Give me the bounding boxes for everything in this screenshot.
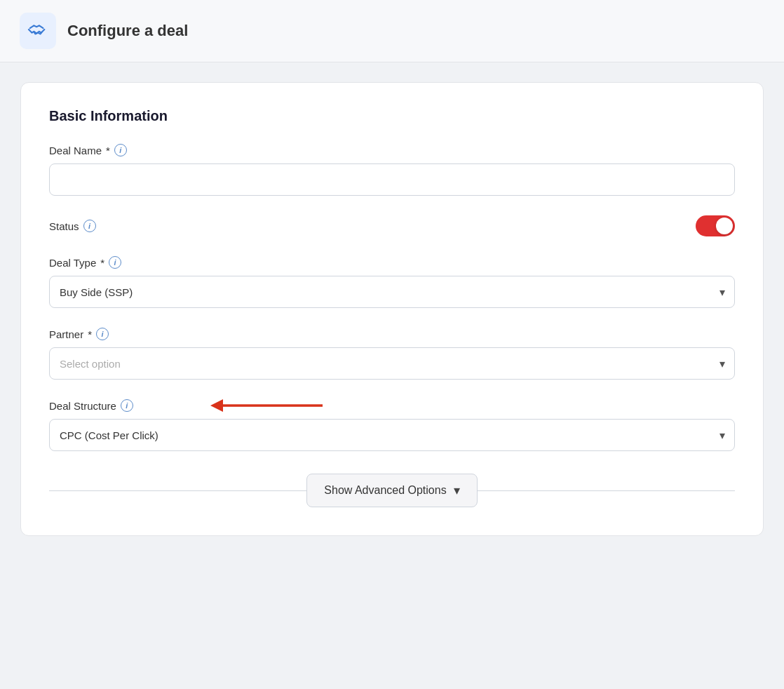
- partner-required: *: [88, 328, 92, 340]
- page-header: Configure a deal: [0, 0, 784, 62]
- deal-structure-label: Deal Structure i: [49, 399, 133, 412]
- advanced-options-chevron-icon: ▾: [454, 483, 460, 498]
- partner-select[interactable]: Select option: [49, 347, 735, 380]
- partner-group: Partner * i Select option ▾: [49, 328, 735, 380]
- deal-name-info-icon[interactable]: i: [114, 144, 127, 156]
- deal-type-required: *: [100, 257, 104, 269]
- partner-select-wrap: Select option ▾: [49, 347, 735, 380]
- deal-type-select-wrap: Buy Side (SSP) Sell Side (DSP) Direct ▾: [49, 276, 735, 308]
- status-row: Status i: [49, 215, 735, 236]
- deal-structure-select-wrap: CPC (Cost Per Click) CPM (Cost Per Mille…: [49, 419, 735, 451]
- svg-marker-1: [210, 399, 223, 412]
- status-info-icon[interactable]: i: [83, 220, 96, 232]
- page-title: Configure a deal: [67, 22, 188, 40]
- deal-name-group: Deal Name * i: [49, 144, 735, 196]
- advanced-options-label: Show Advanced Options: [324, 484, 446, 497]
- deal-name-input[interactable]: [49, 163, 735, 196]
- card: Basic Information Deal Name * i Status i: [20, 82, 764, 536]
- partner-label-text: Partner: [49, 328, 83, 340]
- partner-info-icon[interactable]: i: [96, 328, 109, 340]
- advanced-options-divider-right: [478, 490, 735, 491]
- red-arrow-annotation: [210, 396, 351, 415]
- advanced-options-row: Show Advanced Options ▾: [49, 474, 735, 507]
- advanced-options-divider-left: [49, 490, 306, 491]
- deal-name-label: Deal Name * i: [49, 144, 735, 156]
- deal-name-required: *: [106, 145, 110, 156]
- deal-type-label-text: Deal Type: [49, 257, 96, 269]
- deal-structure-info-icon[interactable]: i: [121, 399, 133, 412]
- deal-type-label: Deal Type * i: [49, 256, 735, 269]
- toggle-thumb: [716, 218, 733, 234]
- deal-type-group: Deal Type * i Buy Side (SSP) Sell Side (…: [49, 256, 735, 308]
- deal-structure-select[interactable]: CPC (Cost Per Click) CPM (Cost Per Mille…: [49, 419, 735, 451]
- show-advanced-options-button[interactable]: Show Advanced Options ▾: [306, 474, 477, 507]
- deal-structure-group: Deal Structure i CPC (Cost Per Click): [49, 399, 735, 451]
- deal-type-select[interactable]: Buy Side (SSP) Sell Side (DSP) Direct: [49, 276, 735, 308]
- handshake-icon: [27, 19, 48, 43]
- header-icon-wrap: [20, 13, 56, 49]
- status-label: Status i: [49, 220, 96, 232]
- deal-structure-label-row: Deal Structure i: [49, 399, 735, 412]
- toggle-track: [696, 215, 735, 236]
- deal-structure-label-text: Deal Structure: [49, 400, 116, 412]
- deal-name-label-text: Deal Name: [49, 145, 102, 156]
- deal-type-info-icon[interactable]: i: [109, 256, 121, 269]
- partner-label: Partner * i: [49, 328, 735, 340]
- status-label-text: Status: [49, 220, 79, 232]
- status-toggle[interactable]: [696, 215, 735, 236]
- main-content: Basic Information Deal Name * i Status i: [0, 62, 784, 556]
- section-title: Basic Information: [49, 108, 735, 124]
